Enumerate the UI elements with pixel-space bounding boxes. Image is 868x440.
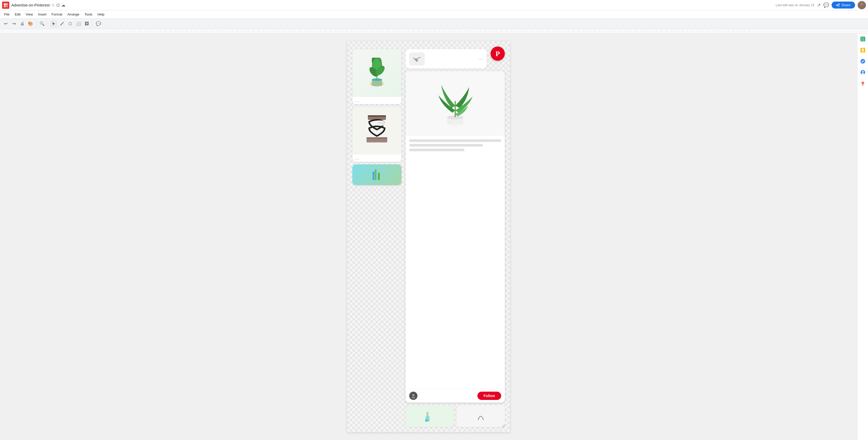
detail-content bbox=[406, 136, 505, 389]
svg-point-16 bbox=[370, 81, 384, 86]
shape-button[interactable]: ⬡ bbox=[67, 20, 74, 27]
menu-tools[interactable]: Tools bbox=[83, 11, 94, 17]
sheets-icon[interactable] bbox=[860, 36, 866, 43]
pin-user-avatar bbox=[409, 392, 417, 400]
svg-rect-3 bbox=[6, 5, 8, 7]
comments-icon[interactable]: 💬 bbox=[823, 2, 829, 8]
share-button[interactable]: Share bbox=[832, 2, 855, 8]
undo-button[interactable]: ↩ bbox=[2, 20, 9, 27]
svg-rect-42 bbox=[861, 39, 863, 39]
placeholder-line-2 bbox=[409, 144, 483, 147]
folder-icon[interactable]: ⊡ bbox=[56, 3, 60, 7]
svg-rect-1 bbox=[6, 3, 8, 5]
right-detail-column: ··· P bbox=[406, 49, 505, 427]
tools-pin-footer: ... bbox=[352, 155, 401, 162]
follow-button[interactable]: Follow bbox=[477, 392, 501, 400]
thumb-img-2 bbox=[457, 405, 505, 427]
placeholder-line-1 bbox=[409, 139, 501, 142]
thumb-card-2[interactable] bbox=[457, 405, 505, 427]
doc-title[interactable]: Advertise-on-Pinterest bbox=[11, 3, 50, 7]
menu-format[interactable]: Format bbox=[50, 11, 64, 17]
svg-line-6 bbox=[60, 22, 64, 25]
menu-insert[interactable]: Insert bbox=[36, 11, 49, 17]
svg-point-49 bbox=[861, 59, 865, 64]
collapse-toolbar-button[interactable]: ∧ bbox=[852, 3, 855, 7]
pinterest-p-letter: P bbox=[495, 50, 500, 58]
svg-rect-47 bbox=[862, 49, 864, 51]
maps-icon[interactable] bbox=[860, 81, 866, 88]
thumb-img-1 bbox=[406, 405, 454, 427]
contacts-icon[interactable] bbox=[860, 69, 866, 77]
menu-view[interactable]: View bbox=[24, 11, 35, 17]
divider-1 bbox=[36, 21, 36, 27]
svg-point-51 bbox=[862, 71, 864, 73]
left-pin-column: ... bbox=[352, 49, 401, 427]
plant-pin-dots[interactable]: ... bbox=[355, 98, 360, 102]
plant-pin-image bbox=[352, 49, 401, 97]
line-button[interactable] bbox=[58, 20, 66, 27]
placeholder-line-3 bbox=[409, 149, 464, 151]
tasks-icon[interactable] bbox=[860, 58, 866, 65]
svg-point-52 bbox=[861, 73, 864, 75]
top-right-actions: Last edit was on January 15 ↗ 💬 Share bbox=[773, 1, 866, 9]
svg-rect-40 bbox=[861, 37, 863, 38]
print-button[interactable]: 🖨 bbox=[19, 20, 26, 27]
svg-rect-22 bbox=[377, 120, 386, 126]
plant-pin-footer: ... bbox=[352, 97, 401, 104]
zoom-button[interactable]: 🔍 bbox=[38, 20, 46, 27]
right-sidebar bbox=[857, 34, 868, 440]
tools-pin-dots[interactable]: ... bbox=[355, 156, 360, 160]
svg-rect-36 bbox=[425, 419, 428, 421]
frame-button[interactable]: ⬜ bbox=[75, 20, 82, 27]
image-button[interactable]: 🖼 bbox=[83, 20, 90, 27]
svg-rect-20 bbox=[367, 137, 387, 139]
ruler bbox=[0, 29, 868, 34]
svg-rect-26 bbox=[373, 172, 374, 180]
resize-handle[interactable] bbox=[502, 424, 505, 428]
app-icon bbox=[2, 2, 9, 9]
ruler-marks bbox=[114, 30, 754, 32]
toolbar: ↩ ↪ 🖨 🎨 🔍 ⬡ ⬜ 🖼 💬 ∧ bbox=[0, 19, 868, 29]
svg-rect-44 bbox=[861, 40, 863, 41]
tools-pin-card[interactable]: ... bbox=[352, 107, 401, 162]
pinterest-logo: P bbox=[491, 47, 505, 61]
watering-card-dots[interactable]: ··· bbox=[478, 57, 483, 61]
menu-file[interactable]: File bbox=[2, 11, 11, 17]
canvas-area: ... bbox=[0, 34, 857, 440]
thumb-card-1[interactable] bbox=[406, 405, 454, 427]
detail-card[interactable]: Follow bbox=[406, 71, 505, 403]
svg-rect-2 bbox=[4, 5, 6, 7]
detail-plant-image bbox=[406, 71, 505, 136]
svg-rect-25 bbox=[375, 169, 377, 180]
svg-rect-27 bbox=[378, 173, 380, 180]
svg-rect-41 bbox=[863, 37, 864, 38]
tools-pin-image bbox=[352, 107, 401, 155]
watering-can-card[interactable]: ··· bbox=[406, 49, 487, 68]
keep-icon[interactable] bbox=[860, 47, 866, 54]
cloud-icon[interactable]: ☁ bbox=[61, 3, 65, 7]
menu-arrange[interactable]: Arrange bbox=[65, 11, 82, 17]
star-icon[interactable]: ☆ bbox=[51, 3, 55, 7]
format-paint-button[interactable]: 🎨 bbox=[27, 20, 34, 27]
menu-help[interactable]: Help bbox=[96, 11, 107, 17]
redo-button[interactable]: ↪ bbox=[10, 20, 18, 27]
divider-2 bbox=[48, 21, 48, 27]
svg-rect-48 bbox=[862, 51, 863, 52]
user-avatar[interactable] bbox=[858, 1, 866, 9]
svg-point-32 bbox=[412, 394, 414, 396]
top-bar: Advertise-on-Pinterest ☆ ⊡ ☁ Last edit w… bbox=[0, 0, 868, 10]
top-row: ··· P bbox=[406, 49, 505, 68]
main-area: ... bbox=[0, 34, 868, 440]
svg-point-5 bbox=[860, 6, 864, 9]
plant-pin-card[interactable]: ... bbox=[352, 49, 401, 104]
select-button[interactable] bbox=[50, 20, 57, 27]
bottom-thumbnails bbox=[406, 405, 505, 427]
comment-button[interactable]: 💬 bbox=[95, 20, 102, 27]
trending-icon[interactable]: ↗ bbox=[817, 2, 821, 8]
svg-line-37 bbox=[502, 424, 505, 427]
svg-rect-43 bbox=[863, 39, 864, 39]
menu-edit[interactable]: Edit bbox=[13, 11, 23, 17]
pinterest-mockup: ... bbox=[352, 49, 505, 427]
doc-title-area: Advertise-on-Pinterest ☆ ⊡ ☁ bbox=[11, 3, 771, 7]
bottom-pin-card[interactable] bbox=[352, 165, 401, 185]
